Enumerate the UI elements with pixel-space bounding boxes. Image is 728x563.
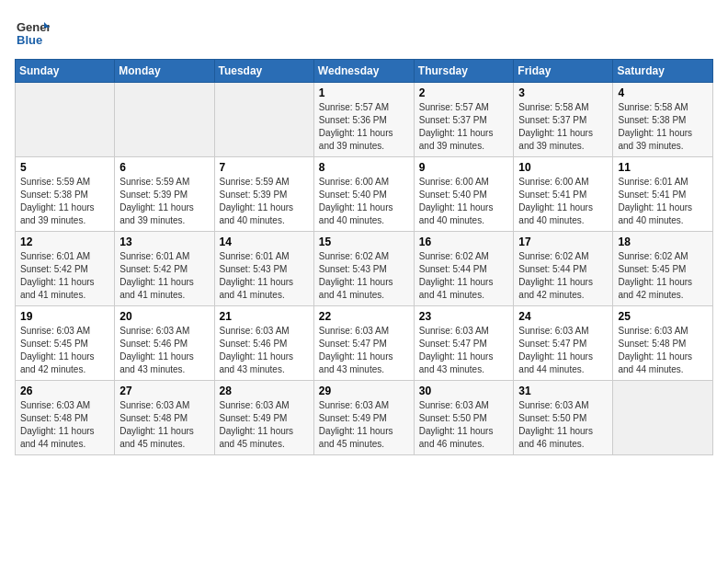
day-number: 13 [119,236,209,248]
calendar-cell: 27Sunrise: 6:03 AMSunset: 5:48 PMDayligh… [115,381,214,455]
weekday-header-thursday: Thursday [414,60,514,83]
calendar-cell: 16Sunrise: 6:02 AMSunset: 5:44 PMDayligh… [414,232,514,306]
calendar-cell: 25Sunrise: 6:03 AMSunset: 5:48 PMDayligh… [613,306,713,381]
calendar-cell: 24Sunrise: 6:03 AMSunset: 5:47 PMDayligh… [514,306,613,381]
day-number: 1 [319,86,409,99]
day-number: 16 [419,236,509,248]
calendar-cell: 28Sunrise: 6:03 AMSunset: 5:49 PMDayligh… [214,381,313,455]
day-number: 26 [20,385,109,397]
day-number: 31 [518,385,608,397]
weekday-header-monday: Monday [115,60,214,83]
day-info: Sunrise: 6:03 AMSunset: 5:47 PMDaylight:… [518,325,608,376]
calendar-cell: 3Sunrise: 5:58 AMSunset: 5:37 PMDaylight… [514,83,613,157]
day-info: Sunrise: 6:01 AMSunset: 5:42 PMDaylight:… [119,250,209,302]
weekday-header-friday: Friday [514,60,613,83]
day-info: Sunrise: 6:03 AMSunset: 5:50 PMDaylight:… [518,399,608,451]
day-info: Sunrise: 6:03 AMSunset: 5:46 PMDaylight:… [220,325,309,376]
calendar-cell: 12Sunrise: 6:01 AMSunset: 5:42 PMDayligh… [16,232,115,306]
calendar-cell: 21Sunrise: 6:03 AMSunset: 5:46 PMDayligh… [214,306,313,381]
day-info: Sunrise: 6:00 AMSunset: 5:41 PMDaylight:… [518,176,608,227]
calendar-cell: 4Sunrise: 5:58 AMSunset: 5:38 PMDaylight… [613,83,713,157]
day-number: 24 [518,310,608,323]
day-info: Sunrise: 6:03 AMSunset: 5:48 PMDaylight:… [20,399,109,451]
weekday-header-wednesday: Wednesday [313,60,414,83]
day-info: Sunrise: 6:03 AMSunset: 5:47 PMDaylight:… [419,325,509,376]
calendar-cell: 23Sunrise: 6:03 AMSunset: 5:47 PMDayligh… [414,306,514,381]
day-number: 11 [618,161,708,174]
day-info: Sunrise: 5:57 AMSunset: 5:36 PMDaylight:… [319,101,409,153]
day-info: Sunrise: 6:03 AMSunset: 5:48 PMDaylight:… [618,325,708,376]
day-info: Sunrise: 6:00 AMSunset: 5:40 PMDaylight:… [319,176,409,227]
day-number: 17 [518,236,608,248]
calendar-cell: 11Sunrise: 6:01 AMSunset: 5:41 PMDayligh… [613,157,713,232]
day-info: Sunrise: 6:03 AMSunset: 5:49 PMDaylight:… [220,399,309,451]
day-number: 27 [119,385,209,397]
calendar-cell [115,83,214,157]
weekday-header-sunday: Sunday [16,60,115,83]
calendar-cell [214,83,313,157]
calendar-cell [16,83,115,157]
logo-icon: General Blue [15,15,50,50]
day-number: 7 [220,161,309,174]
svg-text:Blue: Blue [17,33,42,47]
calendar-cell: 31Sunrise: 6:03 AMSunset: 5:50 PMDayligh… [514,381,613,455]
day-number: 12 [20,236,109,248]
day-number: 2 [419,86,509,99]
day-number: 19 [20,310,109,323]
day-info: Sunrise: 6:01 AMSunset: 5:41 PMDaylight:… [618,176,708,227]
calendar-cell: 13Sunrise: 6:01 AMSunset: 5:42 PMDayligh… [115,232,214,306]
logo: General Blue [15,15,50,50]
calendar-cell: 2Sunrise: 5:57 AMSunset: 5:37 PMDaylight… [414,83,514,157]
calendar-cell: 7Sunrise: 5:59 AMSunset: 5:39 PMDaylight… [214,157,313,232]
day-info: Sunrise: 5:58 AMSunset: 5:37 PMDaylight:… [518,101,608,153]
day-number: 15 [319,236,409,248]
day-number: 4 [618,86,708,99]
calendar-cell: 30Sunrise: 6:03 AMSunset: 5:50 PMDayligh… [414,381,514,455]
day-number: 30 [419,385,509,397]
calendar-cell: 1Sunrise: 5:57 AMSunset: 5:36 PMDaylight… [313,83,414,157]
calendar-cell: 5Sunrise: 5:59 AMSunset: 5:38 PMDaylight… [16,157,115,232]
calendar-cell: 15Sunrise: 6:02 AMSunset: 5:43 PMDayligh… [313,232,414,306]
day-number: 5 [20,161,109,174]
calendar-cell: 18Sunrise: 6:02 AMSunset: 5:45 PMDayligh… [613,232,713,306]
day-info: Sunrise: 5:57 AMSunset: 5:37 PMDaylight:… [419,101,509,153]
day-number: 18 [618,236,708,248]
day-number: 22 [319,310,409,323]
day-info: Sunrise: 6:03 AMSunset: 5:46 PMDaylight:… [119,325,209,376]
day-info: Sunrise: 6:01 AMSunset: 5:43 PMDaylight:… [220,250,309,302]
day-info: Sunrise: 6:02 AMSunset: 5:44 PMDaylight:… [518,250,608,302]
calendar-cell: 10Sunrise: 6:00 AMSunset: 5:41 PMDayligh… [514,157,613,232]
day-number: 3 [518,86,608,99]
day-number: 14 [220,236,309,248]
calendar-cell: 14Sunrise: 6:01 AMSunset: 5:43 PMDayligh… [214,232,313,306]
day-info: Sunrise: 5:58 AMSunset: 5:38 PMDaylight:… [618,101,708,153]
day-info: Sunrise: 6:02 AMSunset: 5:45 PMDaylight:… [618,250,708,302]
day-info: Sunrise: 5:59 AMSunset: 5:39 PMDaylight:… [119,176,209,227]
weekday-header-saturday: Saturday [613,60,713,83]
day-number: 20 [119,310,209,323]
day-info: Sunrise: 5:59 AMSunset: 5:38 PMDaylight:… [20,176,109,227]
calendar-cell: 29Sunrise: 6:03 AMSunset: 5:49 PMDayligh… [313,381,414,455]
calendar-cell: 19Sunrise: 6:03 AMSunset: 5:45 PMDayligh… [16,306,115,381]
day-info: Sunrise: 6:03 AMSunset: 5:50 PMDaylight:… [419,399,509,451]
day-number: 10 [518,161,608,174]
day-info: Sunrise: 5:59 AMSunset: 5:39 PMDaylight:… [220,176,309,227]
page-header: General Blue [15,15,713,50]
day-info: Sunrise: 6:03 AMSunset: 5:48 PMDaylight:… [119,399,209,451]
day-number: 8 [319,161,409,174]
day-info: Sunrise: 6:03 AMSunset: 5:47 PMDaylight:… [319,325,409,376]
calendar-cell: 6Sunrise: 5:59 AMSunset: 5:39 PMDaylight… [115,157,214,232]
calendar-cell: 26Sunrise: 6:03 AMSunset: 5:48 PMDayligh… [16,381,115,455]
calendar-cell: 17Sunrise: 6:02 AMSunset: 5:44 PMDayligh… [514,232,613,306]
day-number: 29 [319,385,409,397]
day-number: 9 [419,161,509,174]
calendar-cell: 8Sunrise: 6:00 AMSunset: 5:40 PMDaylight… [313,157,414,232]
day-number: 21 [220,310,309,323]
day-number: 6 [119,161,209,174]
day-number: 23 [419,310,509,323]
calendar-cell [613,381,713,455]
calendar-cell: 20Sunrise: 6:03 AMSunset: 5:46 PMDayligh… [115,306,214,381]
calendar-cell: 9Sunrise: 6:00 AMSunset: 5:40 PMDaylight… [414,157,514,232]
calendar-table: SundayMondayTuesdayWednesdayThursdayFrid… [15,59,713,455]
day-number: 25 [618,310,708,323]
